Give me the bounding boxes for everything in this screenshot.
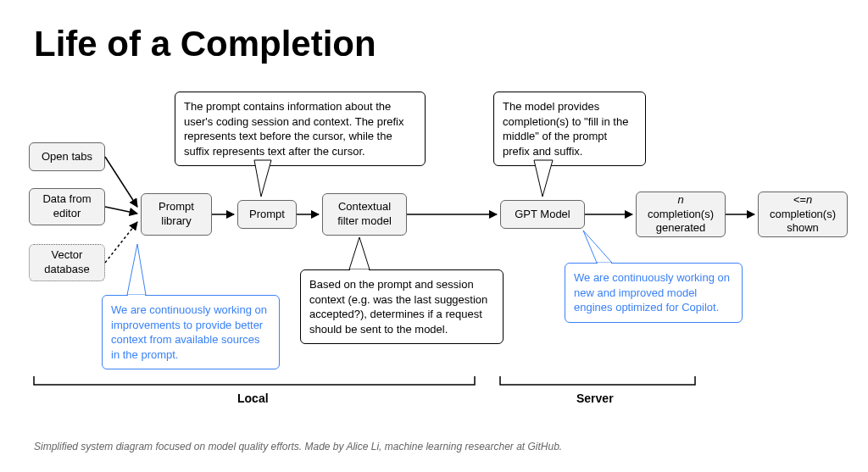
- callout-engines-info: We are continuously working on new and i…: [565, 263, 743, 323]
- node-n-shown: <=n completion(s) shown: [758, 192, 848, 237]
- callout-text: We are continuously working on new and i…: [574, 271, 730, 314]
- node-label: Open tabs: [42, 150, 92, 164]
- callout-filter-info: Based on the prompt and session context …: [300, 269, 504, 344]
- n-italic: n: [677, 193, 683, 206]
- node-label: Prompt: [249, 208, 285, 222]
- node-n-generated: n completion(s) generated: [636, 192, 726, 237]
- node-gpt-model: GPT Model: [500, 200, 585, 229]
- caption: Simplified system diagram focused on mod…: [34, 441, 562, 453]
- n-rest: completion(s) generated: [648, 208, 714, 235]
- le-n-italic: <=n: [793, 193, 812, 206]
- callout-text: Based on the prompt and session context …: [309, 278, 487, 336]
- node-label: Vector database: [36, 248, 97, 277]
- section-server: Server: [576, 391, 614, 405]
- page-title: Life of a Completion: [34, 24, 376, 64]
- callout-text: The model provides completion(s) to "fil…: [503, 100, 628, 158]
- svg-line-1: [105, 207, 137, 214]
- callout-improve-context: We are continuously working on improveme…: [102, 295, 280, 369]
- node-label: <=n completion(s) shown: [765, 193, 840, 236]
- callout-text: We are continuously working on improveme…: [111, 303, 267, 361]
- le-n-rest: completion(s) shown: [770, 208, 836, 235]
- callout-text: The prompt contains information about th…: [184, 100, 404, 158]
- node-label: Contextual filter model: [330, 200, 399, 229]
- svg-line-2: [105, 222, 137, 263]
- node-label: GPT Model: [515, 208, 570, 222]
- node-prompt-library: Prompt library: [141, 193, 212, 236]
- diagram-overlay: [0, 0, 868, 472]
- callout-model-info: The model provides completion(s) to "fil…: [493, 92, 646, 166]
- callout-prompt-info: The prompt contains information about th…: [175, 92, 426, 166]
- node-label: n completion(s) generated: [643, 193, 718, 236]
- svg-line-0: [105, 157, 137, 207]
- node-label: Data from editor: [36, 192, 97, 221]
- node-prompt: Prompt: [237, 200, 297, 229]
- node-contextual-filter: Contextual filter model: [322, 193, 407, 236]
- section-local: Local: [237, 391, 269, 405]
- node-open-tabs: Open tabs: [29, 142, 105, 171]
- node-data-from-editor: Data from editor: [29, 188, 105, 225]
- node-vector-database: Vector database: [29, 244, 105, 281]
- node-label: Prompt library: [148, 200, 204, 229]
